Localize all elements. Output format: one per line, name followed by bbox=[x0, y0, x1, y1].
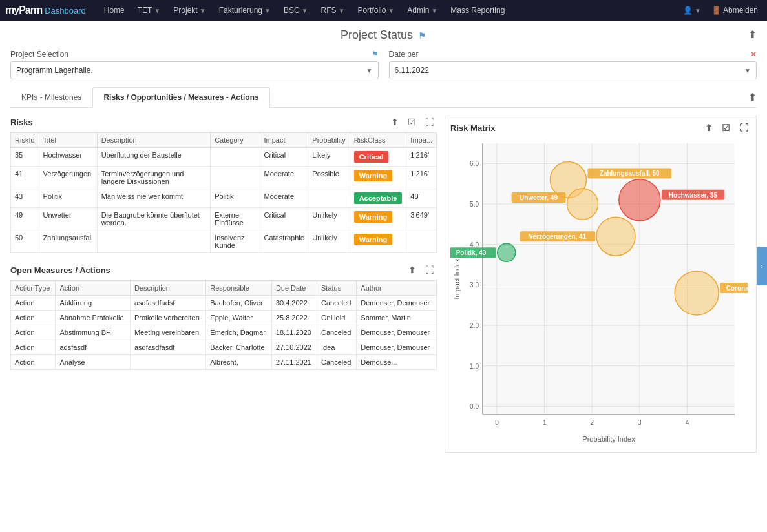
project-selection-group: Project Selection ⚑ Programm Lagerhalle. bbox=[10, 50, 379, 79]
tab-risks-opportunities[interactable]: Risks / Opportunities / Measures - Actio… bbox=[92, 87, 269, 108]
col-description: Description bbox=[97, 133, 211, 148]
action-name: Abstimmung BH bbox=[56, 325, 130, 340]
y-tick-label: 5.0 bbox=[470, 201, 479, 208]
content-area: Risks ⬆ ☑ ⛶ RiskId Titel Description Cat… bbox=[10, 116, 757, 453]
tab-kpis-milestones[interactable]: KPIs - Milestones bbox=[10, 87, 92, 108]
risk-id: 35 bbox=[11, 148, 39, 167]
bubble-label: Corona, 51 bbox=[726, 285, 748, 292]
action-description: Meeting vereinbaren bbox=[130, 325, 205, 340]
nav-rfs[interactable]: RFS ▼ bbox=[316, 0, 350, 21]
matrix-export-button[interactable]: ⬆ bbox=[702, 121, 715, 134]
action-name: Abklärung bbox=[56, 296, 130, 311]
col-probability: Probability bbox=[308, 133, 350, 148]
actions-table-row: Action Abnahme Protokolle Protkolle vorb… bbox=[11, 311, 437, 325]
navbar: myParm Dashboard Home TET ▼ Projekt ▼ Fa… bbox=[0, 0, 767, 21]
col-riskid: RiskId bbox=[11, 133, 39, 148]
risk-id: 50 bbox=[11, 230, 39, 253]
matrix-actions: ⬆ ☑ ⛶ bbox=[702, 121, 751, 134]
x-axis-label: Probability Index bbox=[582, 435, 635, 443]
risk-description: Überflutung der Baustelle bbox=[97, 148, 211, 167]
action-status: Canceled bbox=[317, 296, 357, 311]
bubble-label: Verzögerungen, 41 bbox=[529, 233, 586, 240]
date-filter-clear-icon[interactable]: ✕ bbox=[750, 50, 757, 59]
actions-title: Open Measures / Actions bbox=[10, 265, 110, 275]
risks-table-row: 41 Verzögerungen Terminverzögerungen und… bbox=[11, 167, 437, 189]
action-type: Action bbox=[11, 311, 56, 325]
date-per-group: Date per ✕ 6.11.2022 bbox=[389, 50, 757, 79]
nav-portfolio[interactable]: Portfolio ▼ bbox=[352, 0, 399, 21]
page-export-button[interactable]: ⬆ bbox=[748, 28, 757, 41]
risks-table-header: RiskId Titel Description Category Impact… bbox=[11, 133, 437, 148]
col-author: Author bbox=[357, 281, 437, 296]
page-title: Project Status bbox=[341, 28, 413, 42]
risks-export-button[interactable]: ⬆ bbox=[388, 116, 401, 128]
nav-mass-reporting[interactable]: Mass Reporting bbox=[445, 0, 510, 21]
date-per-select[interactable]: 6.11.2022 bbox=[390, 62, 757, 79]
nav-fakturierung[interactable]: Fakturierung ▼ bbox=[214, 0, 276, 21]
x-tick-label: 4 bbox=[686, 419, 689, 426]
action-status: Canceled bbox=[317, 355, 357, 370]
actions-expand-button[interactable]: ⛶ bbox=[423, 263, 437, 276]
risk-description: Die Baugrube könnte überflutet werden. bbox=[97, 208, 211, 230]
action-responsible: Bachofen, Oliver bbox=[206, 296, 272, 311]
action-duedate: 27.10.2022 bbox=[271, 340, 317, 355]
risk-impact2 bbox=[406, 230, 437, 253]
risk-probability: Possible bbox=[308, 167, 350, 189]
x-tick-label: 1 bbox=[543, 419, 547, 426]
actions-export-button[interactable]: ⬆ bbox=[406, 263, 419, 276]
risks-expand-button[interactable]: ⛶ bbox=[423, 116, 437, 128]
risk-category bbox=[211, 167, 260, 189]
risk-category: Insolvenz Kunde bbox=[211, 230, 260, 253]
project-selection-label: Project Selection ⚑ bbox=[10, 50, 379, 59]
risk-probability: Unlikely bbox=[308, 230, 350, 253]
col-impact: Impact bbox=[260, 133, 308, 148]
action-duedate: 18.11.2020 bbox=[271, 325, 317, 340]
bubble bbox=[675, 271, 719, 315]
action-name: Abnahme Protokolle bbox=[56, 311, 130, 325]
project-selection-select-wrap: Programm Lagerhalle. bbox=[10, 61, 379, 79]
tab-export-button[interactable]: ⬆ bbox=[748, 91, 757, 103]
risk-class: Warning bbox=[350, 230, 406, 253]
nav-admin[interactable]: Admin ▼ bbox=[402, 0, 443, 21]
y-tick-label: 1.0 bbox=[470, 363, 479, 370]
bubble-label: Politik, 43 bbox=[456, 249, 487, 256]
risk-class: Warning bbox=[350, 167, 406, 189]
action-name: adsfasdf bbox=[56, 340, 130, 355]
brand: myParm Dashboard bbox=[5, 5, 86, 16]
nav-tet[interactable]: TET ▼ bbox=[132, 0, 166, 21]
matrix-expand-button[interactable]: ⛶ bbox=[737, 121, 751, 134]
nav-user-menu[interactable]: 👤 ▼ bbox=[679, 6, 705, 15]
nav-home[interactable]: Home bbox=[99, 0, 130, 21]
bubble bbox=[619, 179, 660, 221]
risk-probability: Likely bbox=[308, 148, 350, 167]
risk-matrix-chart: 0.01.02.03.04.05.06.001234Impact IndexPr… bbox=[450, 137, 748, 447]
action-duedate: 30.4.2022 bbox=[271, 296, 317, 311]
risk-class: Acceptable bbox=[350, 189, 406, 208]
action-type: Action bbox=[11, 355, 56, 370]
risk-id: 43 bbox=[11, 189, 39, 208]
risk-impact2: 1'216' bbox=[406, 167, 437, 189]
nav-logout-button[interactable]: 🚪 Abmelden bbox=[708, 6, 762, 15]
risk-impact2: 48' bbox=[406, 189, 437, 208]
action-description bbox=[130, 355, 205, 370]
action-type: Action bbox=[11, 340, 56, 355]
y-tick-label: 6.0 bbox=[470, 160, 479, 167]
brand-logo: myParm bbox=[5, 5, 42, 16]
project-filter-icon[interactable]: ⚑ bbox=[372, 50, 379, 59]
risks-table-row: 35 Hochwasser Überflutung der Baustelle … bbox=[11, 148, 437, 167]
col-category: Category bbox=[211, 133, 260, 148]
x-tick-label: 3 bbox=[638, 419, 642, 426]
nav-projekt[interactable]: Projekt ▼ bbox=[168, 0, 211, 21]
chart-group: 0.01.02.03.04.05.06.001234Impact IndexPr… bbox=[450, 143, 748, 443]
project-selection-select[interactable]: Programm Lagerhalle. bbox=[11, 62, 378, 79]
action-responsible: Epple, Walter bbox=[206, 311, 272, 325]
risk-title: Hochwasser bbox=[39, 148, 97, 167]
filter-icon[interactable]: ⚑ bbox=[418, 30, 426, 41]
matrix-check-button[interactable]: ☑ bbox=[719, 121, 733, 134]
col-duedate: Due Date bbox=[271, 281, 317, 296]
sidebar-handle[interactable]: › bbox=[757, 247, 767, 285]
risk-matrix-area: Risk Matrix ⬆ ☑ ⛶ 0.01.02.03.04.05.06.00… bbox=[445, 116, 757, 453]
risks-check-button[interactable]: ☑ bbox=[405, 116, 419, 128]
date-per-label: Date per ✕ bbox=[389, 50, 757, 59]
nav-bsc[interactable]: BSC ▼ bbox=[278, 0, 313, 21]
